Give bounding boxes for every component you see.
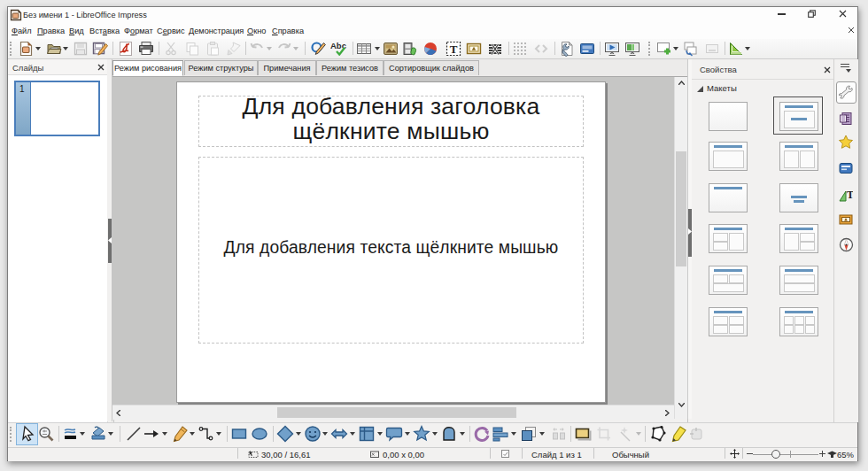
svg-text:T: T <box>450 42 458 56</box>
svg-text:T: T <box>847 189 853 201</box>
